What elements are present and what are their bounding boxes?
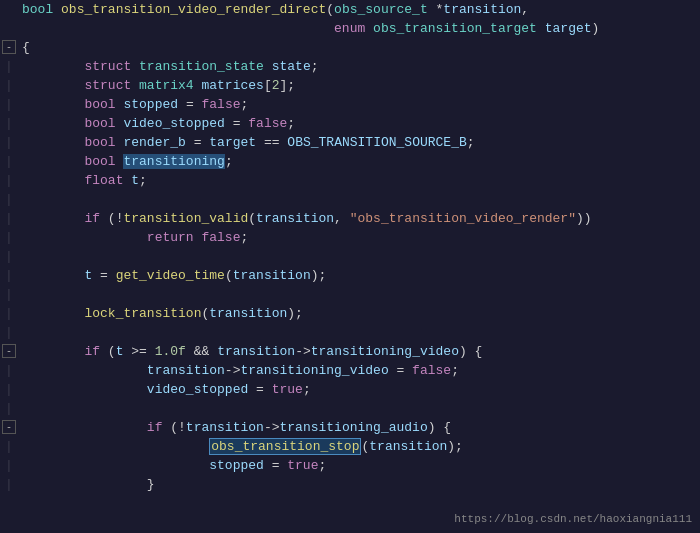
line-8: | bool render_b = target == OBS_TRANSITI…	[0, 133, 700, 152]
gutter-12: |	[0, 209, 18, 228]
line-content-11	[18, 190, 700, 209]
line-21: | video_stopped = true;	[0, 380, 700, 399]
line-content-13: return false;	[18, 228, 700, 247]
line-content-4: struct transition_state state;	[18, 57, 700, 76]
line-16: |	[0, 285, 700, 304]
line-content-26: }	[18, 475, 700, 494]
line-26: | }	[0, 475, 700, 494]
line-content-3: {	[18, 38, 700, 57]
line-content-16	[18, 285, 700, 304]
line-25: | stopped = true;	[0, 456, 700, 475]
line-content-14	[18, 247, 700, 266]
line-content-21: video_stopped = true;	[18, 380, 700, 399]
line-content-5: struct matrix4 matrices[2];	[18, 76, 700, 95]
gutter-18: |	[0, 323, 18, 342]
line-content-20: transition->transitioning_video = false;	[18, 361, 700, 380]
fold-button-3[interactable]: -	[2, 420, 16, 434]
gutter-25: |	[0, 456, 18, 475]
line-10: | float t;	[0, 171, 700, 190]
line-content-1: bool obs_transition_video_render_direct(…	[18, 0, 700, 19]
line-5: | struct matrix4 matrices[2];	[0, 76, 700, 95]
code-editor: bool obs_transition_video_render_direct(…	[0, 0, 700, 533]
gutter-17: |	[0, 304, 18, 323]
gutter-5: |	[0, 76, 18, 95]
line-1: bool obs_transition_video_render_direct(…	[0, 0, 700, 19]
fold-button-1[interactable]: -	[2, 40, 16, 54]
line-content-15: t = get_video_time(transition);	[18, 266, 700, 285]
gutter-20: |	[0, 361, 18, 380]
line-12: | if (!transition_valid(transition, "obs…	[0, 209, 700, 228]
gutter-13: |	[0, 228, 18, 247]
gutter-16: |	[0, 285, 18, 304]
line-13: | return false;	[0, 228, 700, 247]
line-content-23: if (!transition->transitioning_audio) {	[18, 418, 700, 437]
gutter-22: |	[0, 399, 18, 418]
line-content-19: if (t >= 1.0f && transition->transitioni…	[18, 342, 700, 361]
gutter-11: |	[0, 190, 18, 209]
gutter-fold-1[interactable]: -	[0, 38, 18, 56]
line-19: - if (t >= 1.0f && transition->transitio…	[0, 342, 700, 361]
gutter-10: |	[0, 171, 18, 190]
gutter-9: |	[0, 152, 18, 171]
line-content-6: bool stopped = false;	[18, 95, 700, 114]
line-content-12: if (!transition_valid(transition, "obs_t…	[18, 209, 700, 228]
line-content-2: enum obs_transition_target target)	[18, 19, 700, 38]
code-area: bool obs_transition_video_render_direct(…	[0, 0, 700, 533]
line-content-8: bool render_b = target == OBS_TRANSITION…	[18, 133, 700, 152]
line-14: |	[0, 247, 700, 266]
line-4: | struct transition_state state;	[0, 57, 700, 76]
line-content-7: bool video_stopped = false;	[18, 114, 700, 133]
line-content-25: stopped = true;	[18, 456, 700, 475]
gutter-26: |	[0, 475, 18, 494]
line-22: |	[0, 399, 700, 418]
line-content-10: float t;	[18, 171, 700, 190]
line-24: | obs_transition_stop(transition);	[0, 437, 700, 456]
line-content-22	[18, 399, 700, 418]
line-2: enum obs_transition_target target)	[0, 19, 700, 38]
line-6: | bool stopped = false;	[0, 95, 700, 114]
line-17: | lock_transition(transition);	[0, 304, 700, 323]
line-content-18	[18, 323, 700, 342]
line-content-17: lock_transition(transition);	[18, 304, 700, 323]
line-7: | bool video_stopped = false;	[0, 114, 700, 133]
line-23: - if (!transition->transitioning_audio) …	[0, 418, 700, 437]
gutter-14: |	[0, 247, 18, 266]
gutter-21: |	[0, 380, 18, 399]
watermark: https://blog.csdn.net/haoxiangnia111	[454, 513, 692, 525]
gutter-15: |	[0, 266, 18, 285]
line-content-24: obs_transition_stop(transition);	[18, 437, 700, 456]
gutter-7: |	[0, 114, 18, 133]
gutter-fold-2[interactable]: -	[0, 342, 18, 360]
line-11: |	[0, 190, 700, 209]
line-15: | t = get_video_time(transition);	[0, 266, 700, 285]
gutter-fold-3[interactable]: -	[0, 418, 18, 436]
line-3: - {	[0, 38, 700, 57]
gutter-8: |	[0, 133, 18, 152]
gutter-6: |	[0, 95, 18, 114]
line-18: |	[0, 323, 700, 342]
line-9: | bool transitioning;	[0, 152, 700, 171]
line-content-9: bool transitioning;	[18, 152, 700, 171]
gutter-4: |	[0, 57, 18, 76]
fold-button-2[interactable]: -	[2, 344, 16, 358]
gutter-24: |	[0, 437, 18, 456]
line-20: | transition->transitioning_video = fals…	[0, 361, 700, 380]
